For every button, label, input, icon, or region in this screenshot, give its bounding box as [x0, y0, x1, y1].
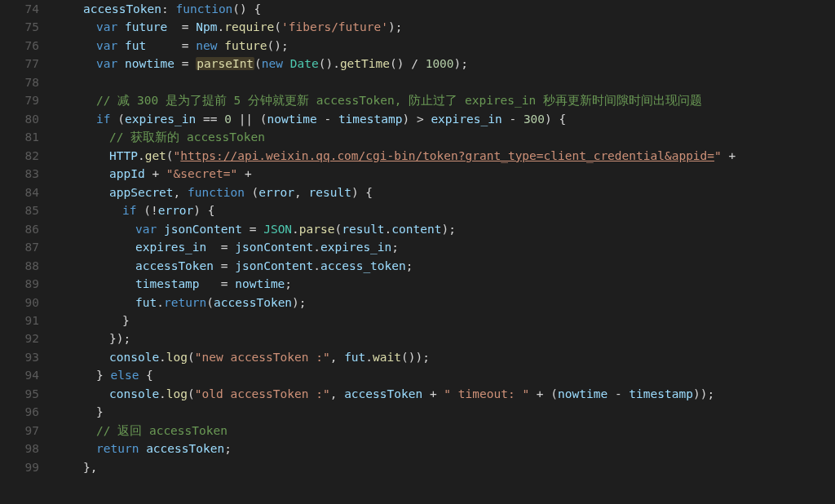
token-prop: nowtime [558, 387, 607, 400]
token-prop: timestamp [338, 113, 403, 126]
code-content[interactable]: fut.return(accessToken); [57, 294, 835, 312]
code-content[interactable]: }); [57, 329, 835, 347]
token-prop: HTTP [109, 149, 138, 162]
token-fn: log [166, 387, 188, 400]
code-content[interactable]: var fut = new future(); [57, 37, 835, 55]
token-op [283, 57, 290, 70]
token-k: new [196, 39, 217, 52]
code-content[interactable]: } [57, 403, 835, 421]
code-content[interactable]: appId + "&secret=" + [57, 165, 835, 183]
code-line[interactable]: 80if (expires_in == 0 || (nowtime - time… [0, 110, 835, 128]
code-line[interactable]: 88accessToken = jsonContent.access_token… [0, 257, 835, 275]
token-prop: expires_in [320, 241, 391, 254]
code-content[interactable]: }, [57, 458, 835, 476]
token-prop: accessToken [214, 296, 292, 309]
token-prop: fut [125, 39, 146, 52]
code-line[interactable]: 90fut.return(accessToken); [0, 294, 835, 312]
code-line[interactable]: 83appId + "&secret=" + [0, 165, 835, 183]
line-number: 98 [0, 440, 57, 458]
token-op: ( [110, 113, 124, 126]
token-op: ; [406, 259, 413, 272]
code-content[interactable]: accessToken: function() { [57, 0, 835, 18]
token-prop: nowtime [125, 57, 175, 70]
code-content[interactable]: if (expires_in == 0 || (nowtime - timest… [57, 110, 835, 128]
code-content[interactable]: expires_in = jsonContent.expires_in; [57, 238, 835, 256]
code-line[interactable]: 91} [0, 312, 835, 329]
code-line[interactable]: 79// 减 300 是为了提前 5 分钟就更新 accessToken, 防止… [0, 91, 835, 109]
line-number: 92 [0, 329, 57, 347]
token-op: { [139, 369, 152, 382]
code-content[interactable]: appSecret, function (error, result) { [57, 183, 835, 201]
token-op: = [167, 20, 196, 33]
token-k: var [96, 57, 117, 70]
code-content[interactable]: HTTP.get("https://api.weixin.qq.com/cgi-… [57, 147, 835, 165]
code-content[interactable]: var future = Npm.require('fibers/future'… [57, 18, 835, 36]
token-cls: JSON [263, 223, 292, 236]
line-number: 74 [0, 0, 57, 18]
token-str: " [714, 149, 722, 162]
code-line[interactable]: 95console.log("old accessToken :", acces… [0, 385, 835, 403]
code-content[interactable]: if (!error) { [57, 201, 835, 219]
code-content[interactable]: timestamp = nowtime; [57, 275, 835, 293]
code-line[interactable]: 76var fut = new future(); [0, 37, 835, 55]
token-k: function [176, 2, 233, 15]
code-line[interactable]: 74accessToken: function() { [0, 0, 835, 18]
code-content[interactable]: accessToken = jsonContent.access_token; [57, 257, 835, 275]
code-line[interactable]: 92}); [0, 329, 835, 347]
code-line[interactable]: 94} else { [0, 366, 835, 384]
line-number: 78 [0, 73, 57, 91]
code-content[interactable]: console.log("new accessToken :", fut.wai… [57, 348, 835, 366]
line-number: 84 [0, 183, 57, 201]
token-k: var [96, 20, 117, 33]
token-op: , [330, 387, 344, 400]
code-line[interactable]: 98return accessToken; [0, 440, 835, 458]
token-op: ) { [193, 204, 214, 217]
code-line[interactable]: 89timestamp = nowtime; [0, 275, 835, 293]
code-line[interactable]: 82HTTP.get("https://api.weixin.qq.com/cg… [0, 147, 835, 165]
token-op: ( [245, 186, 258, 199]
code-line[interactable]: 96} [0, 403, 835, 421]
token-op: - [317, 113, 338, 126]
code-line[interactable]: 81// 获取新的 accessToken [0, 128, 835, 146]
code-content[interactable]: // 减 300 是为了提前 5 分钟就更新 accessToken, 防止过了… [57, 91, 835, 109]
token-op: ; [285, 277, 292, 290]
code-content[interactable]: // 获取新的 accessToken [57, 128, 835, 146]
token-prop: jsonContent [235, 241, 313, 254]
token-op: + [722, 149, 736, 162]
token-op: + [145, 167, 166, 180]
token-op: , [294, 186, 308, 199]
token-fn: wait [373, 351, 401, 364]
code-content[interactable]: // 返回 accessToken [57, 422, 835, 440]
token-prop: console [109, 351, 159, 364]
token-fn: parse [299, 223, 335, 236]
code-line[interactable]: 78 [0, 73, 835, 91]
code-line[interactable]: 99}, [0, 458, 835, 476]
code-line[interactable]: 86var jsonContent = JSON.parse(result.co… [0, 220, 835, 238]
code-line[interactable]: 87expires_in = jsonContent.expires_in; [0, 238, 835, 256]
token-k: var [135, 223, 157, 236]
code-line[interactable]: 77var nowtime = parseInt(new Date().getT… [0, 55, 835, 73]
code-line[interactable]: 93console.log("new accessToken :", fut.w… [0, 348, 835, 366]
token-op: , [174, 186, 188, 199]
code-content[interactable]: var jsonContent = JSON.parse(result.cont… [57, 220, 835, 238]
token-op: )); [693, 387, 714, 400]
token-op: ( [334, 223, 342, 236]
token-op: }); [109, 332, 130, 345]
code-editor[interactable]: 74accessToken: function() {75var future … [0, 0, 835, 504]
token-prop: error [258, 186, 294, 199]
code-line[interactable]: 85if (!error) { [0, 201, 835, 219]
code-content[interactable]: } else { [57, 366, 835, 384]
code-line[interactable]: 75var future = Npm.require('fibers/futur… [0, 18, 835, 36]
line-number: 85 [0, 201, 57, 219]
token-op: + [237, 167, 251, 180]
code-line[interactable]: 84appSecret, function (error, result) { [0, 183, 835, 201]
token-op: . [159, 387, 166, 400]
code-content[interactable]: } [57, 312, 835, 329]
code-line[interactable]: 97// 返回 accessToken [0, 422, 835, 440]
code-content[interactable]: var nowtime = parseInt(new Date().getTim… [57, 55, 835, 73]
token-op: , [330, 351, 344, 364]
line-number: 89 [0, 275, 57, 293]
code-content[interactable]: console.log("old accessToken :", accessT… [57, 385, 835, 403]
code-content[interactable]: return accessToken; [57, 440, 835, 458]
line-number: 77 [0, 55, 57, 73]
